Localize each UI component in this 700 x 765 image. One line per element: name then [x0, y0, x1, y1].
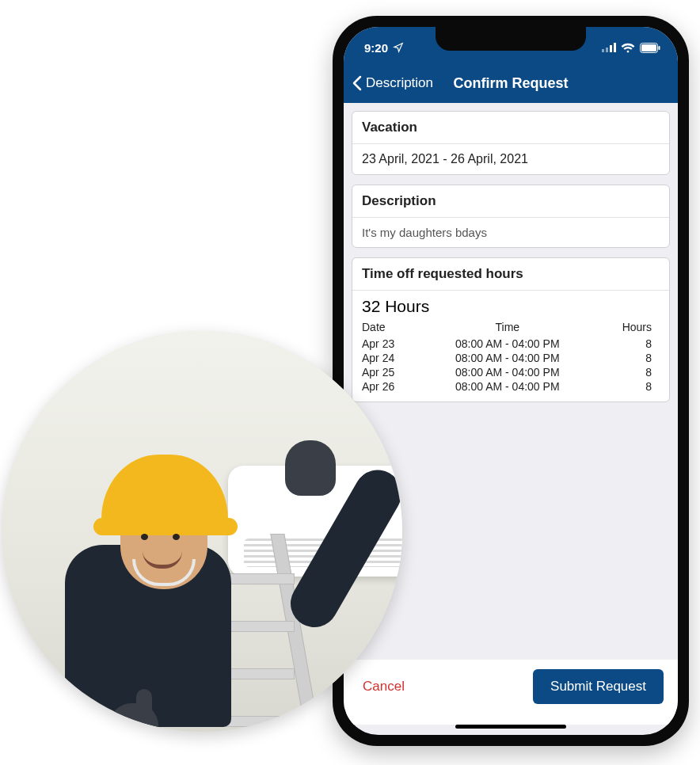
cell-time: 08:00 AM - 04:00 PM [423, 351, 592, 365]
back-label: Description [366, 75, 433, 91]
description-card: Description It's my daughters bdays [352, 185, 670, 248]
cell-time: 08:00 AM - 04:00 PM [423, 379, 592, 394]
cell-time: 08:00 AM - 04:00 PM [423, 365, 592, 379]
svg-rect-1 [606, 48, 608, 52]
hours-table: Date Time Hours Apr 2308:00 AM - 04:00 P… [352, 319, 669, 394]
hours-card: Time off requested hours 32 Hours Date T… [352, 257, 670, 402]
col-date: Date [352, 319, 423, 337]
svg-rect-6 [659, 46, 660, 50]
cell-hours: 8 [592, 365, 669, 379]
status-time: 9:20 [364, 41, 388, 55]
description-value: It's my daughters bdays [352, 218, 669, 247]
worker-photo [2, 331, 402, 732]
svg-rect-5 [641, 44, 656, 51]
cell-date: Apr 26 [352, 379, 423, 394]
back-button[interactable]: Description [352, 75, 433, 91]
home-indicator [455, 725, 566, 729]
submit-button[interactable]: Submit Request [533, 669, 664, 704]
nav-bar: Description Confirm Request [344, 63, 678, 103]
cell-hours: 8 [592, 379, 669, 394]
col-hours: Hours [592, 319, 669, 337]
request-type-label: Vacation [352, 112, 669, 144]
phone-screen: 9:20 Description Confirm Request Vacatio… [344, 27, 678, 735]
cell-hours: 8 [592, 351, 669, 365]
hours-label: Time off requested hours [352, 258, 669, 291]
description-label: Description [352, 185, 669, 218]
cell-date: Apr 25 [352, 365, 423, 379]
svg-rect-0 [602, 49, 604, 52]
cell-date: Apr 24 [352, 351, 423, 365]
svg-rect-3 [614, 43, 616, 52]
table-row: Apr 2308:00 AM - 04:00 PM8 [352, 337, 669, 351]
footer-bar: Cancel Submit Request [344, 660, 678, 725]
hours-total: 32 Hours [352, 291, 669, 319]
request-type-card: Vacation 23 April, 2021 - 26 April, 2021 [352, 111, 670, 175]
svg-rect-2 [610, 45, 612, 52]
phone-frame: 9:20 Description Confirm Request Vacatio… [333, 16, 689, 746]
cancel-button[interactable]: Cancel [363, 679, 405, 695]
chevron-left-icon [352, 75, 363, 91]
table-row: Apr 2608:00 AM - 04:00 PM8 [352, 379, 669, 394]
cell-date: Apr 23 [352, 337, 423, 351]
cell-signal-icon [602, 43, 616, 52]
cell-hours: 8 [592, 337, 669, 351]
cell-time: 08:00 AM - 04:00 PM [423, 337, 592, 351]
location-icon [393, 42, 404, 53]
request-date-range: 23 April, 2021 - 26 April, 2021 [352, 144, 669, 174]
wifi-icon [621, 43, 635, 53]
battery-icon [640, 43, 660, 53]
table-row: Apr 2508:00 AM - 04:00 PM8 [352, 365, 669, 379]
table-row: Apr 2408:00 AM - 04:00 PM8 [352, 351, 669, 365]
col-time: Time [423, 319, 592, 337]
phone-notch [436, 27, 586, 51]
page-title: Confirm Request [453, 75, 568, 92]
